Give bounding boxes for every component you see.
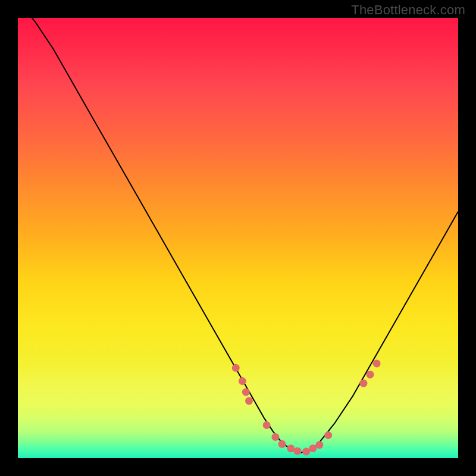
chart-marker <box>302 447 310 455</box>
chart-marker <box>232 364 240 372</box>
chart-marker <box>278 440 286 448</box>
chart-markers <box>232 359 381 455</box>
chart-marker <box>293 447 301 455</box>
chart-marker <box>271 433 279 441</box>
chart-marker <box>287 444 295 452</box>
chart-marker <box>324 431 332 439</box>
chart-plot-area <box>18 18 458 458</box>
chart-marker <box>309 444 317 452</box>
chart-curve <box>18 18 458 453</box>
chart-marker <box>315 441 323 449</box>
watermark-text: TheBottleneck.com <box>351 2 465 18</box>
chart-marker <box>245 397 253 405</box>
chart-marker <box>367 371 374 378</box>
chart-marker <box>239 377 246 385</box>
chart-marker <box>359 380 367 387</box>
chart-marker <box>263 421 271 429</box>
chart-overlay <box>18 18 458 458</box>
chart-marker <box>373 359 381 367</box>
chart-marker <box>242 389 250 396</box>
